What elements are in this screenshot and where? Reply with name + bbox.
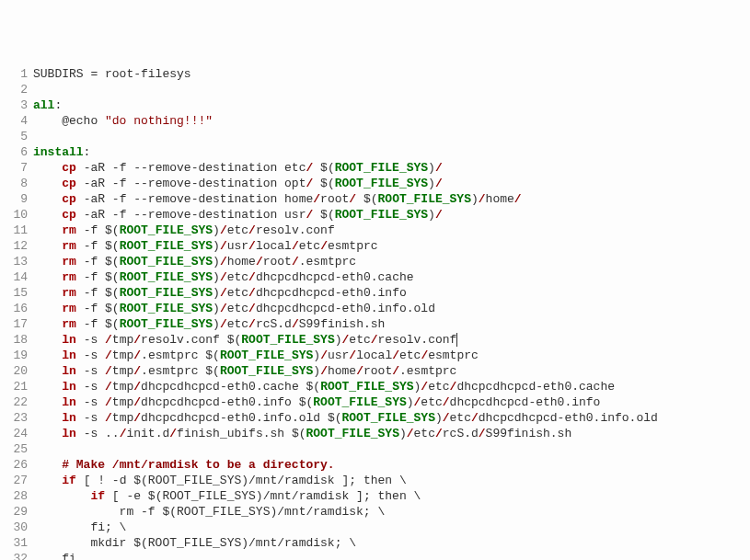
- code-text[interactable]: ln -s /tmp/.esmtprc $(ROOT_FILE_SYS)/usr…: [33, 348, 746, 363]
- code-line[interactable]: 31 mkdir $(ROOT_FILE_SYS)/mnt/ramdisk; \: [4, 535, 746, 551]
- line-number: 8: [4, 176, 33, 191]
- code-text[interactable]: rm -f $(ROOT_FILE_SYS)/etc/dhcpcdhcpcd-e…: [33, 269, 746, 285]
- line-number: 18: [4, 332, 33, 348]
- line-number: 19: [4, 348, 33, 363]
- line-number: 3: [4, 97, 33, 113]
- code-text[interactable]: rm -f $(ROOT_FILE_SYS)/etc/resolv.conf: [33, 223, 746, 238]
- code-line[interactable]: 22 ln -s /tmp/dhcpcdhcpcd-eth0.info $(RO…: [4, 394, 746, 410]
- line-number: 17: [4, 316, 33, 332]
- line-number: 32: [4, 551, 33, 560]
- code-text[interactable]: cp -aR -f --remove-destination home/root…: [33, 191, 746, 207]
- code-text[interactable]: [33, 129, 746, 144]
- code-text[interactable]: ln -s /tmp/dhcpcdhcpcd-eth0.info.old $(R…: [33, 410, 746, 426]
- line-number: 23: [4, 410, 33, 426]
- line-number: 30: [4, 520, 33, 535]
- code-line[interactable]: 25: [4, 441, 746, 457]
- code-line[interactable]: 18 ln -s /tmp/resolv.conf $(ROOT_FILE_SY…: [4, 332, 746, 348]
- code-line[interactable]: 29 rm -f $(ROOT_FILE_SYS)/mnt/ramdisk; \: [4, 504, 746, 520]
- code-text[interactable]: if [ -e $(ROOT_FILE_SYS)/mnt/ramdisk ]; …: [33, 488, 746, 504]
- code-line[interactable]: 23 ln -s /tmp/dhcpcdhcpcd-eth0.info.old …: [4, 410, 746, 426]
- code-line[interactable]: 10 cp -aR -f --remove-destination usr/ $…: [4, 207, 746, 223]
- line-number: 6: [4, 144, 33, 160]
- line-number: 27: [4, 473, 33, 488]
- code-text[interactable]: rm -f $(ROOT_FILE_SYS)/home/root/.esmtpr…: [33, 254, 746, 269]
- line-number: 2: [4, 82, 33, 97]
- code-text[interactable]: ln -s ../init.d/finish_ubifs.sh $(ROOT_F…: [33, 426, 746, 441]
- code-line[interactable]: 9 cp -aR -f --remove-destination home/ro…: [4, 191, 746, 207]
- code-text[interactable]: rm -f $(ROOT_FILE_SYS)/etc/dhcpcdhcpcd-e…: [33, 301, 746, 316]
- code-line[interactable]: 7 cp -aR -f --remove-destination etc/ $(…: [4, 160, 746, 176]
- code-line[interactable]: 30 fi; \: [4, 520, 746, 535]
- code-line[interactable]: 15 rm -f $(ROOT_FILE_SYS)/etc/dhcpcdhcpc…: [4, 285, 746, 301]
- code-text[interactable]: ln -s /tmp/resolv.conf $(ROOT_FILE_SYS)/…: [33, 332, 746, 348]
- code-line[interactable]: 11 rm -f $(ROOT_FILE_SYS)/etc/resolv.con…: [4, 223, 746, 238]
- code-text[interactable]: rm -f $(ROOT_FILE_SYS)/etc/rcS.d/S99fini…: [33, 316, 746, 332]
- code-text[interactable]: [33, 441, 746, 457]
- code-line[interactable]: 24 ln -s ../init.d/finish_ubifs.sh $(ROO…: [4, 426, 746, 441]
- code-line[interactable]: 26 # Make /mnt/ramdisk to be a directory…: [4, 457, 746, 473]
- code-text[interactable]: rm -f $(ROOT_FILE_SYS)/mnt/ramdisk; \: [33, 504, 746, 520]
- code-text[interactable]: cp -aR -f --remove-destination usr/ $(RO…: [33, 207, 746, 223]
- line-number: 7: [4, 160, 33, 176]
- code-line[interactable]: 4 @echo "do nothing!!!": [4, 113, 746, 129]
- line-number: 29: [4, 504, 33, 520]
- line-number: 5: [4, 129, 33, 144]
- code-text[interactable]: if [ ! -d $(ROOT_FILE_SYS)/mnt/ramdisk ]…: [33, 473, 746, 488]
- line-number: 11: [4, 223, 33, 238]
- code-text[interactable]: # Make /mnt/ramdisk to be a directory.: [33, 457, 746, 473]
- line-number: 24: [4, 426, 33, 441]
- code-line[interactable]: 21 ln -s /tmp/dhcpcdhcpcd-eth0.cache $(R…: [4, 379, 746, 394]
- code-text[interactable]: install:: [33, 144, 746, 160]
- code-line[interactable]: 27 if [ ! -d $(ROOT_FILE_SYS)/mnt/ramdis…: [4, 473, 746, 488]
- line-number: 9: [4, 191, 33, 207]
- code-line[interactable]: 5: [4, 129, 746, 144]
- line-number: 4: [4, 113, 33, 129]
- line-number: 14: [4, 269, 33, 285]
- line-number: 16: [4, 301, 33, 316]
- code-line[interactable]: 20 ln -s /tmp/.esmtprc $(ROOT_FILE_SYS)/…: [4, 363, 746, 379]
- code-line[interactable]: 17 rm -f $(ROOT_FILE_SYS)/etc/rcS.d/S99f…: [4, 316, 746, 332]
- code-line[interactable]: 14 rm -f $(ROOT_FILE_SYS)/etc/dhcpcdhcpc…: [4, 269, 746, 285]
- code-text[interactable]: rm -f $(ROOT_FILE_SYS)/etc/dhcpcdhcpcd-e…: [33, 285, 746, 301]
- line-number: 22: [4, 394, 33, 410]
- code-line[interactable]: 13 rm -f $(ROOT_FILE_SYS)/home/root/.esm…: [4, 254, 746, 269]
- line-number: 25: [4, 441, 33, 457]
- code-line[interactable]: 32 fi: [4, 551, 746, 560]
- code-text[interactable]: [33, 82, 746, 97]
- code-text[interactable]: ln -s /tmp/.esmtprc $(ROOT_FILE_SYS)/hom…: [33, 363, 746, 379]
- code-text[interactable]: rm -f $(ROOT_FILE_SYS)/usr/local/etc/esm…: [33, 238, 746, 254]
- line-number: 13: [4, 254, 33, 269]
- code-editor[interactable]: 1SUBDIRS = root-filesys23all:4 @echo "do…: [4, 66, 746, 560]
- code-line[interactable]: 2: [4, 82, 746, 97]
- line-number: 15: [4, 285, 33, 301]
- line-number: 31: [4, 535, 33, 551]
- line-number: 28: [4, 488, 33, 504]
- line-number: 12: [4, 238, 33, 254]
- line-number: 20: [4, 363, 33, 379]
- code-text[interactable]: cp -aR -f --remove-destination opt/ $(RO…: [33, 176, 746, 191]
- code-text[interactable]: all:: [33, 97, 746, 113]
- code-text[interactable]: SUBDIRS = root-filesys: [33, 66, 746, 82]
- code-text[interactable]: cp -aR -f --remove-destination etc/ $(RO…: [33, 160, 746, 176]
- line-number: 1: [4, 66, 33, 82]
- code-text[interactable]: fi; \: [33, 520, 746, 535]
- code-text[interactable]: @echo "do nothing!!!": [33, 113, 746, 129]
- line-number: 10: [4, 207, 33, 223]
- line-number: 26: [4, 457, 33, 473]
- code-line[interactable]: 8 cp -aR -f --remove-destination opt/ $(…: [4, 176, 746, 191]
- code-line[interactable]: 19 ln -s /tmp/.esmtprc $(ROOT_FILE_SYS)/…: [4, 348, 746, 363]
- code-line[interactable]: 1SUBDIRS = root-filesys: [4, 66, 746, 82]
- code-text[interactable]: ln -s /tmp/dhcpcdhcpcd-eth0.info $(ROOT_…: [33, 394, 746, 410]
- line-number: 21: [4, 379, 33, 394]
- code-line[interactable]: 6install:: [4, 144, 746, 160]
- code-line[interactable]: 28 if [ -e $(ROOT_FILE_SYS)/mnt/ramdisk …: [4, 488, 746, 504]
- code-text[interactable]: ln -s /tmp/dhcpcdhcpcd-eth0.cache $(ROOT…: [33, 379, 746, 394]
- code-text[interactable]: fi: [33, 551, 746, 560]
- code-line[interactable]: 16 rm -f $(ROOT_FILE_SYS)/etc/dhcpcdhcpc…: [4, 301, 746, 316]
- code-line[interactable]: 3all:: [4, 97, 746, 113]
- code-text[interactable]: mkdir $(ROOT_FILE_SYS)/mnt/ramdisk; \: [33, 535, 746, 551]
- code-line[interactable]: 12 rm -f $(ROOT_FILE_SYS)/usr/local/etc/…: [4, 238, 746, 254]
